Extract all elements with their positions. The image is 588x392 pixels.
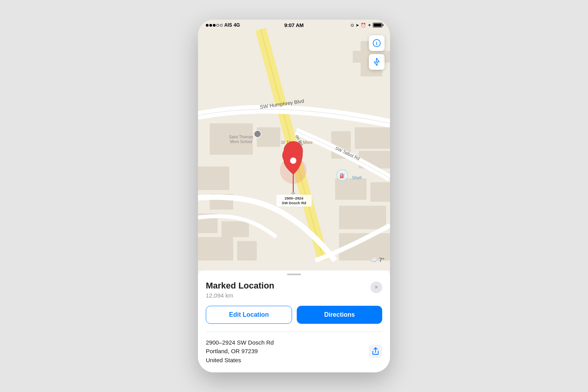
svg-point-29 xyxy=(291,192,295,194)
carrier-label: AIS xyxy=(224,22,232,28)
status-bar: AIS 4G 9:07 AM ⊙ ➤ ⏰ ✶ xyxy=(198,20,390,31)
svg-rect-4 xyxy=(221,221,249,237)
bluetooth-icon: ✶ xyxy=(368,23,371,28)
svg-rect-1 xyxy=(198,167,229,190)
address-text: 2900–2924 SW Dosch Rd Portland, OR 97239… xyxy=(206,338,274,365)
svg-rect-15 xyxy=(257,127,280,147)
svg-text:SW Dosch Rd: SW Dosch Rd xyxy=(282,201,306,205)
battery-fill xyxy=(374,24,381,27)
network-label: 4G xyxy=(234,22,240,28)
svg-text:i: i xyxy=(376,41,377,46)
svg-text:⛽: ⛽ xyxy=(339,173,345,178)
svg-text:Saint Thomas: Saint Thomas xyxy=(229,135,253,139)
action-buttons: Edit Location Directions xyxy=(206,306,382,324)
map-area[interactable]: ⛽ SW Humphrey Blvd SW Talbot Rd on Rd Sa… xyxy=(198,20,390,270)
info-button[interactable]: i xyxy=(369,35,385,51)
signal-dot-4 xyxy=(216,24,219,27)
location-info: Marked Location 12,094 km xyxy=(206,281,274,299)
signal-dots xyxy=(206,24,223,27)
weather-badge: ☁️ 7° xyxy=(370,256,385,263)
share-icon xyxy=(372,347,379,355)
location-title: Marked Location xyxy=(206,281,274,291)
address-line2: Portland, OR 97239 xyxy=(206,347,274,356)
close-icon: × xyxy=(374,284,378,291)
svg-text:Shell: Shell xyxy=(352,175,361,180)
signal-dot-1 xyxy=(206,24,209,27)
edit-location-button[interactable]: Edit Location xyxy=(206,306,292,324)
signal-dot-2 xyxy=(209,24,212,27)
map-controls: i xyxy=(369,35,385,70)
share-button[interactable] xyxy=(369,345,382,358)
address-row: 2900–2924 SW Dosch Rd Portland, OR 97239… xyxy=(206,332,382,365)
svg-rect-6 xyxy=(237,241,257,261)
close-button[interactable]: × xyxy=(370,281,382,293)
bottom-sheet: Marked Location 12,094 km × Edit Locatio… xyxy=(198,270,390,373)
signal-dot-3 xyxy=(213,24,216,27)
location-header: Marked Location 12,094 km × xyxy=(206,281,382,299)
address-line1: 2900–2924 SW Dosch Rd xyxy=(206,338,274,347)
directions-button[interactable]: Directions xyxy=(297,306,382,324)
alarm-icon: ⏰ xyxy=(361,23,366,28)
svg-text:2900–2924: 2900–2924 xyxy=(285,196,303,200)
signal-dot-5 xyxy=(220,24,223,27)
time-display: 9:07 AM xyxy=(284,22,303,28)
status-right: ⊙ ➤ ⏰ ✶ xyxy=(350,23,382,28)
drag-handle xyxy=(287,274,301,275)
svg-rect-11 xyxy=(370,182,390,202)
location-icon: ➤ xyxy=(356,23,359,28)
address-line3: United States xyxy=(206,356,274,365)
svg-rect-14 xyxy=(210,123,253,155)
svg-rect-5 xyxy=(198,237,233,261)
svg-point-32 xyxy=(290,158,296,164)
svg-rect-10 xyxy=(335,178,367,200)
svg-rect-12 xyxy=(339,206,386,229)
phone-frame: AIS 4G 9:07 AM ⊙ ➤ ⏰ ✶ xyxy=(198,20,390,372)
map-svg: ⛽ SW Humphrey Blvd SW Talbot Rd on Rd Sa… xyxy=(198,20,390,270)
location-button[interactable] xyxy=(369,54,385,70)
svg-rect-8 xyxy=(355,127,390,149)
location-distance: 12,094 km xyxy=(206,292,274,299)
svg-point-21 xyxy=(254,131,261,138)
status-left: AIS 4G xyxy=(206,22,240,28)
svg-text:More School: More School xyxy=(230,140,252,144)
temperature-display: 7° xyxy=(379,256,385,263)
battery-indicator xyxy=(373,23,382,27)
cloud-icon: ☁️ xyxy=(370,256,377,263)
at-icon: ⊙ xyxy=(350,23,354,28)
